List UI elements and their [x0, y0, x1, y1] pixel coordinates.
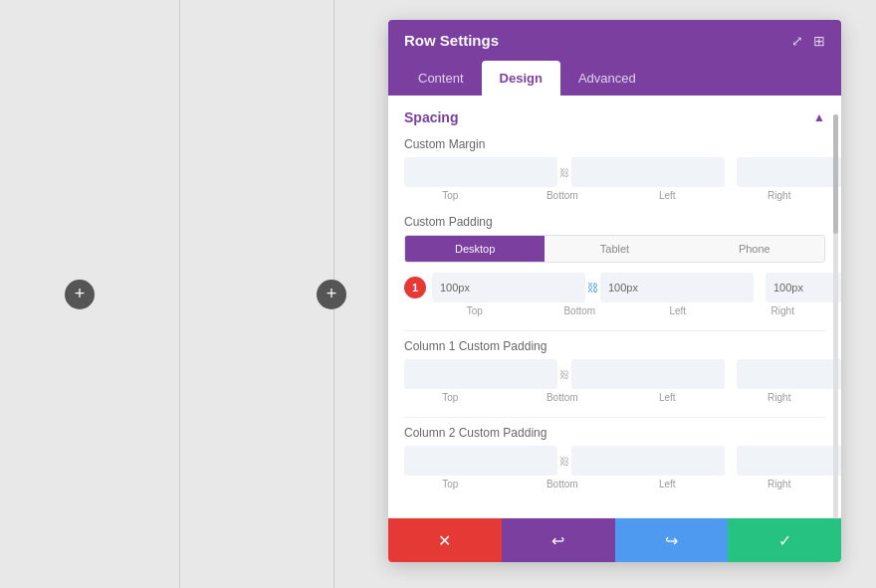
sub-tab-phone[interactable]: Phone — [685, 236, 824, 262]
padding-bottom-input[interactable] — [600, 273, 754, 302]
spacing-section: Spacing ▲ Custom Margin ⛓ — [388, 96, 841, 518]
save-icon: ✓ — [778, 531, 791, 550]
redo-button[interactable]: ↪ — [615, 518, 729, 562]
cancel-icon: ✕ — [438, 531, 451, 550]
col1-bottom-label: Bottom — [517, 392, 609, 403]
action-bar: ✕ ↩ ↪ ✓ — [388, 518, 841, 562]
col2-left-label: Left — [621, 479, 714, 490]
col2-top-label: Top — [404, 479, 497, 490]
col1-top-label: Top — [404, 392, 497, 403]
expand-icon[interactable]: ⤢ — [791, 33, 803, 49]
col1-padding-left-input[interactable] — [737, 359, 841, 389]
col1-padding-label: Column 1 Custom Padding — [404, 339, 825, 353]
panel-scrollbar-thumb[interactable] — [833, 114, 838, 234]
col2-padding-top-input[interactable] — [404, 446, 557, 476]
padding-badge: 1 — [404, 277, 426, 298]
panel-header-icons: ⤢ ⊞ — [791, 33, 825, 49]
add-module-button-left[interactable]: + — [65, 280, 95, 309]
panel-scrollbar[interactable] — [833, 114, 838, 518]
padding-left-input[interactable] — [766, 273, 841, 302]
margin-left-input[interactable] — [737, 157, 841, 187]
padding-device-tabs: Desktop Tablet Phone — [404, 235, 825, 263]
custom-padding-group: Custom Padding Desktop Tablet Phone 1 — [404, 215, 825, 316]
cancel-button[interactable]: ✕ — [388, 518, 502, 562]
col1-padding-bottom-input[interactable] — [571, 359, 725, 389]
tab-design[interactable]: Design — [482, 61, 560, 96]
margin-top-label: Top — [404, 190, 497, 201]
separator-2 — [404, 417, 825, 418]
col1-link-icon-left: ⛓ — [559, 369, 569, 380]
col2-padding-bottom-input[interactable] — [571, 446, 725, 476]
padding-left-label: Left — [635, 305, 721, 316]
columns-icon[interactable]: ⊞ — [813, 33, 825, 49]
padding-top-label: Top — [432, 305, 518, 316]
spacing-section-header: Spacing ▲ — [404, 109, 825, 125]
spacing-collapse-button[interactable]: ▲ — [813, 110, 825, 124]
plus-icon-left: + — [75, 284, 86, 304]
custom-padding-label: Custom Padding — [404, 215, 825, 229]
separator-1 — [404, 330, 825, 331]
margin-bottom-input[interactable] — [571, 157, 725, 187]
row-settings-panel: Row Settings ⤢ ⊞ Content Design Advanced… — [388, 20, 841, 562]
margin-left-label: Left — [621, 190, 714, 201]
padding-top-input[interactable] — [432, 273, 585, 302]
col2-padding-left-input[interactable] — [737, 446, 841, 476]
spacing-section-title: Spacing — [404, 109, 458, 125]
panel-title: Row Settings — [404, 32, 499, 49]
add-module-button-mid[interactable]: + — [317, 280, 346, 309]
save-button[interactable]: ✓ — [728, 518, 841, 562]
margin-right-label: Right — [734, 190, 826, 201]
padding-bottom-label: Bottom — [538, 305, 623, 316]
col2-link-icon-left: ⛓ — [559, 456, 569, 467]
col1-padding-group: Column 1 Custom Padding ⛓ ⛓ — [404, 339, 825, 403]
col1-padding-top-input[interactable] — [404, 359, 557, 389]
col1-right-label: Right — [734, 392, 826, 403]
custom-margin-group: Custom Margin ⛓ ⛓ — [404, 137, 825, 201]
padding-link-icon-left: ⛓ — [587, 282, 598, 294]
col2-right-label: Right — [734, 479, 826, 490]
custom-margin-label: Custom Margin — [404, 137, 825, 151]
margin-top-input[interactable] — [404, 157, 557, 187]
canvas-divider-left — [179, 0, 180, 588]
panel-header: Row Settings ⤢ ⊞ — [388, 20, 841, 61]
margin-bottom-label: Bottom — [517, 190, 609, 201]
undo-icon: ↩ — [551, 531, 564, 550]
undo-button[interactable]: ↩ — [502, 518, 615, 562]
plus-icon-mid: + — [327, 284, 337, 304]
redo-icon: ↪ — [665, 531, 678, 550]
sub-tab-desktop[interactable]: Desktop — [405, 236, 545, 262]
col1-left-label: Left — [621, 392, 714, 403]
tab-content[interactable]: Content — [400, 61, 482, 96]
tab-advanced[interactable]: Advanced — [560, 61, 654, 96]
col2-padding-group: Column 2 Custom Padding ⛓ ⛓ — [404, 426, 825, 490]
padding-right-label: Right — [741, 305, 826, 316]
panel-body: Spacing ▲ Custom Margin ⛓ — [388, 96, 841, 518]
margin-link-icon-left: ⛓ — [559, 167, 569, 178]
panel-tabs: Content Design Advanced — [388, 61, 841, 96]
sub-tab-tablet[interactable]: Tablet — [545, 236, 684, 262]
col2-bottom-label: Bottom — [517, 479, 609, 490]
col2-padding-label: Column 2 Custom Padding — [404, 426, 825, 440]
